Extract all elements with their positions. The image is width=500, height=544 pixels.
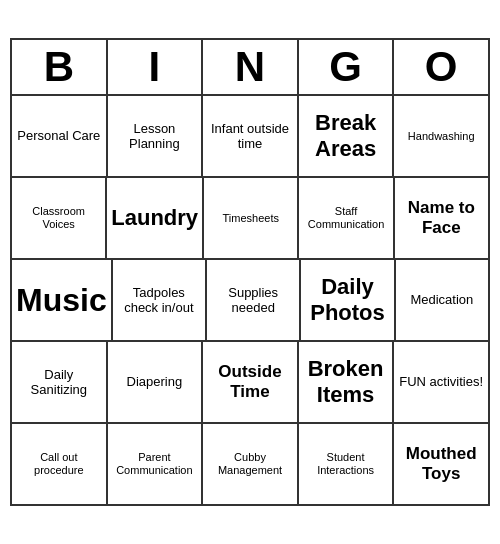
cell-text-3-4: FUN activities! — [399, 374, 483, 390]
row-3: Daily SanitizingDiaperingOutside TimeBro… — [12, 342, 488, 424]
cell-text-1-1: Laundry — [111, 205, 198, 231]
header-letter-n: N — [203, 40, 299, 94]
cell-text-4-1: Parent Communication — [112, 451, 198, 477]
cell-4-3: Student Interactions — [299, 424, 395, 504]
cell-text-0-0: Personal Care — [17, 128, 100, 144]
header-letter-o: O — [394, 40, 488, 94]
cell-text-1-2: Timesheets — [223, 212, 279, 225]
cell-text-3-0: Daily Sanitizing — [16, 367, 102, 398]
cell-3-1: Diapering — [108, 342, 204, 422]
cell-text-0-3: Break Areas — [303, 110, 389, 163]
row-4: Call out procedureParent CommunicationCu… — [12, 424, 488, 504]
cell-4-0: Call out procedure — [12, 424, 108, 504]
bingo-card: BINGO Personal CareLesson PlanningInfant… — [10, 38, 490, 506]
cell-1-4: Name to Face — [395, 178, 488, 258]
cell-text-3-1: Diapering — [127, 374, 183, 390]
cell-2-3: Daily Photos — [301, 260, 395, 340]
cell-1-3: Staff Communication — [299, 178, 394, 258]
cell-text-2-2: Supplies needed — [211, 285, 295, 316]
cell-2-4: Medication — [396, 260, 488, 340]
cell-text-4-2: Cubby Management — [207, 451, 293, 477]
cell-3-0: Daily Sanitizing — [12, 342, 108, 422]
cell-3-3: Broken Items — [299, 342, 395, 422]
cell-0-3: Break Areas — [299, 96, 395, 176]
cell-text-1-0: Classroom Voices — [16, 205, 101, 231]
cell-text-3-3: Broken Items — [303, 356, 389, 409]
row-0: Personal CareLesson PlanningInfant outsi… — [12, 96, 488, 178]
cell-text-2-1: Tadpoles check in/out — [117, 285, 201, 316]
cell-text-1-4: Name to Face — [399, 198, 484, 239]
cell-1-0: Classroom Voices — [12, 178, 107, 258]
cell-text-0-4: Handwashing — [408, 130, 475, 143]
cell-1-1: Laundry — [107, 178, 204, 258]
cell-text-0-2: Infant outside time — [207, 121, 293, 152]
cell-text-1-3: Staff Communication — [303, 205, 388, 231]
cell-4-2: Cubby Management — [203, 424, 299, 504]
cell-text-4-4: Mouthed Toys — [398, 444, 484, 485]
bingo-header: BINGO — [12, 40, 488, 96]
cell-text-2-3: Daily Photos — [305, 274, 389, 327]
bingo-grid: Personal CareLesson PlanningInfant outsi… — [12, 96, 488, 504]
cell-text-3-2: Outside Time — [207, 362, 293, 403]
header-letter-b: B — [12, 40, 108, 94]
cell-text-0-1: Lesson Planning — [112, 121, 198, 152]
cell-text-4-3: Student Interactions — [303, 451, 389, 477]
cell-text-4-0: Call out procedure — [16, 451, 102, 477]
cell-2-1: Tadpoles check in/out — [113, 260, 207, 340]
cell-0-0: Personal Care — [12, 96, 108, 176]
header-letter-g: G — [299, 40, 395, 94]
cell-3-4: FUN activities! — [394, 342, 488, 422]
cell-0-2: Infant outside time — [203, 96, 299, 176]
cell-0-1: Lesson Planning — [108, 96, 204, 176]
cell-3-2: Outside Time — [203, 342, 299, 422]
cell-0-4: Handwashing — [394, 96, 488, 176]
cell-4-4: Mouthed Toys — [394, 424, 488, 504]
header-letter-i: I — [108, 40, 204, 94]
cell-text-2-0: Music — [16, 281, 107, 319]
cell-4-1: Parent Communication — [108, 424, 204, 504]
cell-2-0: Music — [12, 260, 113, 340]
row-1: Classroom VoicesLaundryTimesheetsStaff C… — [12, 178, 488, 260]
cell-1-2: Timesheets — [204, 178, 299, 258]
cell-2-2: Supplies needed — [207, 260, 301, 340]
row-2: MusicTadpoles check in/outSupplies neede… — [12, 260, 488, 342]
cell-text-2-4: Medication — [410, 292, 473, 308]
